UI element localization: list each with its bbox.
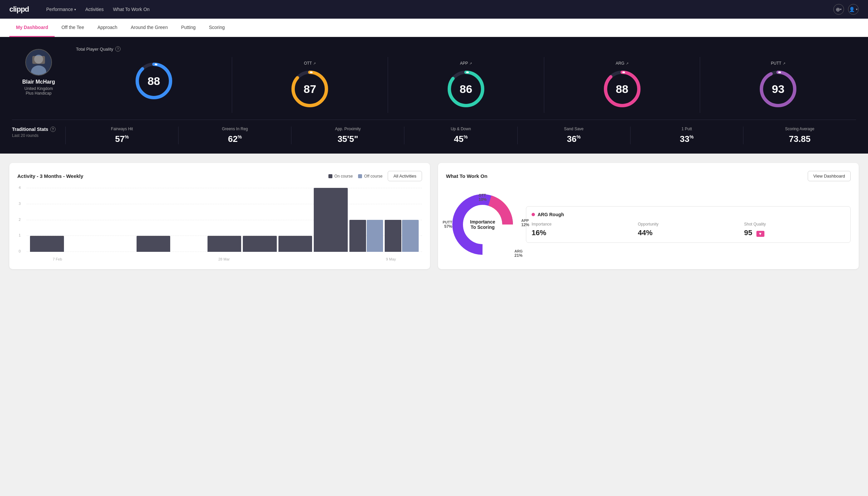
arg-ring: 88 (602, 69, 642, 109)
player-country: United Kingdom (24, 86, 53, 91)
ott-score-card: OTT ↗ 87 (232, 57, 388, 113)
bar-oncourse (385, 220, 401, 252)
detail-importance: Importance 16% (532, 222, 632, 237)
importance-value: 16% (532, 229, 632, 237)
bar-group (385, 188, 419, 252)
app-label: APP ↗ (460, 61, 472, 66)
detail-card: ARG Rough Importance 16% Opportunity 44% (526, 206, 851, 243)
bar-offcourse (402, 220, 419, 252)
detail-card-title: ARG Rough (532, 212, 845, 217)
svg-rect-3 (32, 56, 45, 64)
tab-putting[interactable]: Putting (175, 19, 203, 37)
fairways-hit-value: 57% (69, 134, 174, 144)
up-and-down-value: 45% (408, 134, 513, 144)
logo[interactable]: clippd (9, 5, 29, 14)
donut-center-text: ImportanceTo Scoring (470, 219, 495, 230)
metric-up-and-down: Up & Down 45% (404, 127, 517, 144)
sand-save-value: 36% (522, 134, 626, 144)
add-button[interactable]: ⊕ ▾ (833, 4, 844, 15)
arg-label: ARG ↗ (616, 61, 629, 66)
trad-stats-label: Traditional Stats ? Last 20 rounds (12, 127, 65, 138)
all-activities-button[interactable]: All Activities (388, 171, 422, 181)
detail-opportunity: Opportunity 44% (638, 222, 739, 237)
user-avatar-button[interactable]: 👤 ▾ (848, 4, 859, 15)
tab-around-the-green[interactable]: Around the Green (124, 19, 174, 37)
ott-ring: 87 (290, 69, 330, 109)
hero-section: Blair McHarg United Kingdom Plus Handica… (0, 37, 868, 154)
arrow-icon: ↗ (783, 62, 785, 65)
total-score-card: 88 (76, 57, 232, 113)
activity-card-header: Activity - 3 Months - Weekly On course O… (17, 171, 422, 181)
putt-donut-label: PUTT 57% (443, 220, 452, 229)
legend-offcourse-dot (358, 174, 362, 178)
bar-group (66, 188, 99, 252)
donut-chart: ImportanceTo Scoring PUTT 57% OTT 10% AP… (446, 188, 519, 261)
tab-scoring[interactable]: Scoring (202, 19, 231, 37)
help-icon[interactable]: ? (115, 46, 121, 52)
shot-quality-value: 95 ▼ (744, 229, 845, 237)
nav-activities[interactable]: Activities (85, 5, 104, 14)
arrow-icon: ↗ (626, 62, 629, 65)
nav-links: Performance ▾ Activities What To Work On (46, 5, 149, 14)
bottom-section: Activity - 3 Months - Weekly On course O… (0, 154, 868, 278)
tab-approach[interactable]: Approach (91, 19, 124, 37)
ott-label: OTT ↗ (304, 61, 316, 66)
shot-quality-badge: ▼ (756, 231, 764, 237)
putt-score-card: PUTT ↗ 93 (700, 57, 856, 113)
legend-on-course: On course (328, 174, 353, 179)
tab-off-the-tee[interactable]: Off the Tee (54, 19, 91, 37)
donut-center: ImportanceTo Scoring (470, 219, 495, 230)
bar-group (137, 188, 171, 252)
player-avatar-image (25, 49, 52, 76)
wtwo-header: What To Work On View Dashboard (446, 171, 851, 181)
metric-app-proximity: App. Proximity 35'5" (291, 127, 404, 144)
wtwo-title: What To Work On (446, 173, 487, 179)
app-ring: 86 (446, 69, 486, 109)
bar-oncourse (349, 220, 366, 252)
total-score-value: 88 (147, 75, 160, 88)
x-label-mar: 28 Mar (218, 257, 230, 261)
player-card: Blair McHarg United Kingdom Plus Handica… (12, 46, 65, 96)
nav-right-controls: ⊕ ▾ 👤 ▾ (833, 4, 859, 15)
scoring-average-value: 73.85 (747, 134, 852, 144)
detail-dot-icon (532, 213, 535, 216)
bar-group (349, 188, 383, 252)
bar-group (314, 188, 348, 252)
bar-oncourse (207, 236, 241, 252)
bar-oncourse (243, 236, 277, 252)
chevron-down-icon: ▾ (74, 7, 76, 11)
traditional-stats: Traditional Stats ? Last 20 rounds Fairw… (12, 127, 856, 144)
bar-oncourse (279, 236, 312, 252)
score-cards: 88 OTT ↗ 87 (76, 57, 856, 113)
app-proximity-value: 35'5" (296, 134, 400, 144)
activity-chart-title: Activity - 3 Months - Weekly (17, 173, 83, 179)
bar-group (172, 188, 206, 252)
nav-performance[interactable]: Performance ▾ (46, 5, 76, 14)
activity-legend: On course Off course All Activities (328, 171, 422, 181)
app-score-card: APP ↗ 86 (388, 57, 544, 113)
opportunity-value: 44% (638, 229, 739, 237)
bar-group (30, 188, 64, 252)
bar-group (243, 188, 277, 252)
view-dashboard-button[interactable]: View Dashboard (808, 171, 851, 181)
trad-sublabel: Last 20 rounds (12, 133, 65, 138)
tabs-bar: My Dashboard Off the Tee Approach Around… (0, 19, 868, 37)
arg-score-value: 88 (616, 83, 629, 96)
x-label-may: 9 May (386, 257, 396, 261)
app-donut-label: APP 12% (521, 218, 529, 227)
player-name: Blair McHarg (22, 79, 55, 85)
metric-greens-in-reg: Greens In Reg 62% (178, 127, 291, 144)
bar-offcourse (367, 220, 383, 252)
nav-what-to-work-on[interactable]: What To Work On (113, 5, 149, 14)
scores-section: Total Player Quality ? 88 (76, 46, 856, 113)
legend-off-course: Off course (358, 174, 382, 179)
activity-card: Activity - 3 Months - Weekly On course O… (9, 163, 430, 269)
total-quality-label: Total Player Quality ? (76, 46, 856, 52)
total-ring: 88 (134, 61, 174, 101)
trad-help-icon[interactable]: ? (50, 127, 56, 132)
x-label-feb: 7 Feb (53, 257, 62, 261)
tab-my-dashboard[interactable]: My Dashboard (9, 19, 54, 37)
arrow-icon: ↗ (313, 62, 316, 65)
bar-oncourse (314, 188, 348, 252)
arg-donut-label: ARG 21% (515, 249, 523, 258)
